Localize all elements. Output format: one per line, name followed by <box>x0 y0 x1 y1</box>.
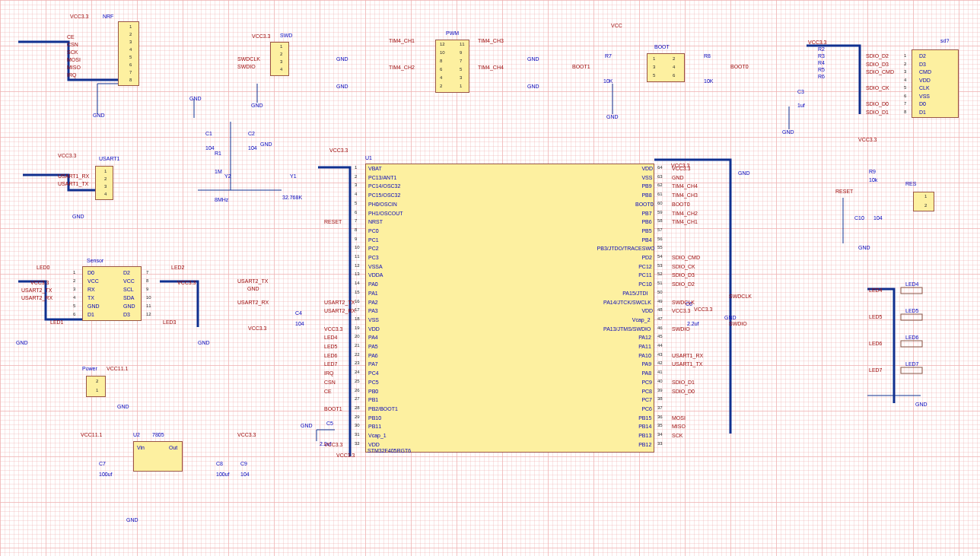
c7v: 100uf <box>99 472 113 477</box>
reg-gnd: GND <box>126 517 138 523</box>
sd-c3: C3 <box>797 89 804 94</box>
c4: C4 <box>295 310 302 316</box>
led-ref0: LED4 <box>905 281 919 287</box>
mcu-lpnum-11: 11 <box>355 254 360 259</box>
swd-n0: SWDCLK <box>237 56 260 62</box>
mcu-rpname-60: BOOT0 <box>635 202 654 207</box>
sensor-rp4: 11 <box>146 303 151 308</box>
mcu-rpname-37: PC6 <box>641 406 652 411</box>
pwm-pr1: 1 <box>460 84 462 88</box>
sd-r2: R4 <box>818 60 825 65</box>
mcu-lpname-23: PA7 <box>368 361 378 367</box>
mcu-rpnum-55: 55 <box>657 245 663 249</box>
mcu-rpname-50: PA15/JTDI <box>622 291 648 296</box>
mcu-rpname-36: PB15 <box>638 415 651 421</box>
sd-p2: 2 <box>904 62 906 66</box>
sensor-led2: LED2 <box>171 265 185 270</box>
pwm-g3: GND <box>527 84 539 89</box>
mcu-rnet-62: TIM4_CH4 <box>672 183 698 189</box>
boot-n1: BOOT0 <box>730 64 749 69</box>
sd-vcc: VCC3.3 <box>808 40 827 45</box>
boot-r7v: 10K <box>603 78 612 84</box>
mcu-rpnum-56: 56 <box>657 237 663 241</box>
mcu-lpname-32: VDD <box>368 442 380 447</box>
nrf-n1: CSN <box>67 42 78 47</box>
pwm-pr5: 5 <box>460 67 462 71</box>
c8v: 100uf <box>216 472 230 477</box>
mcu-lnet-17: USART2_RX <box>324 308 355 313</box>
mcu-rnet-61: TIM4_CH3 <box>672 192 698 198</box>
nrf-n4: MISO <box>67 65 81 70</box>
pwm-g0: GND <box>336 56 348 62</box>
mcu-rpnum-45: 45 <box>657 334 663 338</box>
mcu-rnet-40: SDIO_D1 <box>672 380 695 385</box>
nrf-p6: 6 <box>129 62 132 67</box>
mcu-rpnum-50: 50 <box>657 290 663 294</box>
mcu-lnet-32: VCC3.3 <box>324 442 343 447</box>
mcu-lnet-16: USART2_TX <box>324 300 355 305</box>
pwm-g2: GND <box>527 56 539 62</box>
mcu-rpname-42: PA9 <box>641 361 651 367</box>
mcu-rpnum-47: 47 <box>657 316 663 321</box>
mcu-lpname-2: PC13/ANT1 <box>368 175 396 180</box>
mcu-rpnum-44: 44 <box>657 343 663 348</box>
sd-net4: SDIO_D0 <box>866 101 889 106</box>
c6-vcc: VCC3.3 <box>694 307 713 312</box>
mcu-lpname-22: PA6 <box>368 353 378 358</box>
pwm-n1: TIM4_CH2 <box>389 65 415 70</box>
mcu-rpnum-38: 38 <box>657 396 663 401</box>
res-p2: 2 <box>924 203 927 208</box>
mcu-rnet-43: USART1_RX <box>672 353 703 358</box>
sensor-ln3: TX <box>88 295 94 300</box>
mcu-lnet-20: LED4 <box>324 335 338 340</box>
power-p1: 1 <box>96 388 98 392</box>
mcu-lpname-12: VSSA <box>368 264 383 269</box>
mcu-rpnum-60: 60 <box>657 201 663 205</box>
boot-n0: BOOT1 <box>572 64 590 69</box>
nrf-p4: 4 <box>129 47 132 52</box>
sensor-ln0: D0 <box>88 270 94 275</box>
usart1-p2: 2 <box>104 176 107 181</box>
sd-body <box>912 49 959 118</box>
res-p1: 1 <box>924 194 927 199</box>
mcu-rpnum-62: 62 <box>657 183 663 187</box>
sd-p7: 7 <box>904 101 906 106</box>
mcu-lpnum-32: 32 <box>355 441 360 446</box>
mcu-rpname-46: PA13/JTMS/SWDIO <box>603 326 651 332</box>
led-ref1: LED5 <box>905 308 919 313</box>
sensor-led0: LED0 <box>37 265 50 270</box>
mcu-lpnum-21: 21 <box>355 343 360 348</box>
mcu-lnet-21: LED5 <box>324 344 338 349</box>
sd-r0: R2 <box>818 46 825 52</box>
boot-p2: 2 <box>673 56 675 61</box>
boot-vcc: VCC <box>611 23 622 28</box>
boot-p6: 6 <box>673 73 675 78</box>
mcu-lpname-16: PA2 <box>368 300 378 305</box>
pwm-n3: TIM4_CH4 <box>478 65 504 70</box>
swdclk-r: SWDCLK <box>729 294 752 299</box>
vdda-gnd: GND <box>247 286 259 291</box>
boot-gnd: GND <box>606 114 619 119</box>
pwm-g1: GND <box>336 84 348 89</box>
mcu-rpnum-35: 35 <box>657 423 663 427</box>
c5: C5 <box>326 421 333 426</box>
nrf-p8: 8 <box>129 78 132 82</box>
nrf-n2: SCK <box>67 49 78 55</box>
mcu-lpnum-27: 27 <box>355 396 360 401</box>
swdio-r: SWDIO <box>729 321 747 326</box>
mcu-lpnum-12: 12 <box>355 263 360 268</box>
mcu-rpnum-59: 59 <box>657 210 663 214</box>
sensor-ln1: VCC <box>88 278 99 284</box>
pwm-pl2: 2 <box>440 84 442 88</box>
sd-pn5: VSS <box>919 94 930 99</box>
mcu-rnet-60: BOOT0 <box>672 202 690 207</box>
mcu-lnet-28: BOOT1 <box>324 406 342 411</box>
mcu-rpname-34: PB13 <box>638 433 651 438</box>
sd-pn3: VDD <box>919 78 931 83</box>
mcu-lnet-23: LED7 <box>324 361 338 367</box>
svg-rect-13 <box>901 314 922 320</box>
usart1-p4: 4 <box>104 192 107 196</box>
sensor-vcc2: VCC3.3 <box>177 280 196 285</box>
mcu-rpnum-52: 52 <box>657 272 663 276</box>
mcu-rpnum-53: 53 <box>657 263 663 268</box>
